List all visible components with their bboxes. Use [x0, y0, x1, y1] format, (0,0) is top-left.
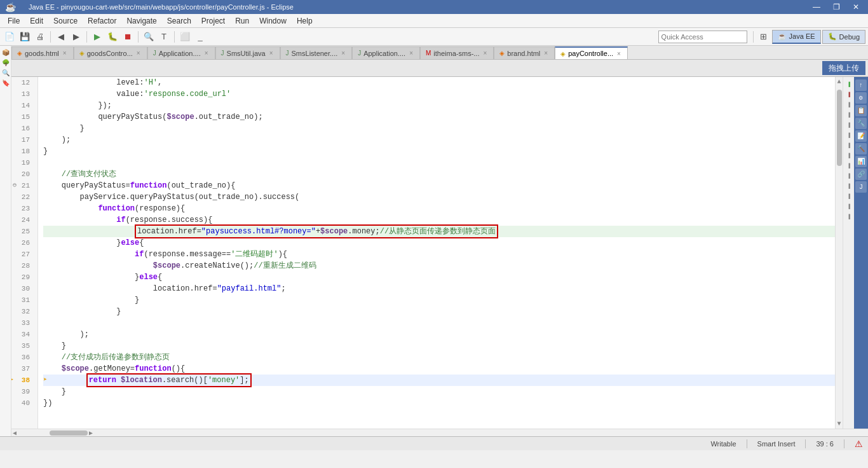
debug-button[interactable]: 🐛: [105, 30, 119, 44]
run-button[interactable]: ▶: [90, 30, 104, 44]
plugin-icon-5[interactable]: 📝: [855, 130, 867, 142]
new-button[interactable]: 📄: [3, 30, 17, 44]
tab-goods-html[interactable]: ◈ goods.html ×: [11, 46, 74, 59]
perspective-layout-btn[interactable]: ⊞: [757, 30, 771, 44]
tab-itheima-sms-close[interactable]: ×: [482, 50, 488, 57]
tab-goods-html-close[interactable]: ×: [62, 50, 68, 57]
maximize-editor-btn[interactable]: ⬜: [178, 30, 192, 44]
scroll-down-arrow[interactable]: ▼: [836, 420, 843, 427]
hscroll-left-arrow[interactable]: ◀: [11, 429, 18, 437]
maximize-button[interactable]: ❐: [829, 3, 844, 11]
tab-goodscontro-label: goodsContro...: [87, 50, 133, 57]
plugin-icon-2[interactable]: ⚙: [855, 92, 867, 104]
right-icon-2[interactable]: ▐: [844, 90, 853, 99]
code-line-38: ➤ return $location.search()['money'];: [43, 375, 835, 386]
plugin-icon-4[interactable]: 🔧: [855, 118, 867, 129]
line-num-32: 32: [11, 306, 34, 317]
menu-search[interactable]: Search: [162, 15, 196, 27]
right-icon-6[interactable]: ▐: [844, 130, 853, 139]
quick-access-container: [658, 31, 747, 43]
forward-button[interactable]: ▶: [69, 30, 83, 44]
tab-paycontroller-close[interactable]: ×: [616, 50, 622, 57]
right-icon-12[interactable]: ▐: [844, 191, 853, 200]
menu-help[interactable]: Help: [292, 15, 318, 27]
menu-run[interactable]: Run: [230, 15, 254, 27]
tab-smsutil-label: SmsUtil.java: [227, 50, 266, 57]
tab-application2[interactable]: J Application.... ×: [352, 46, 420, 59]
line-num-30: 30: [11, 283, 34, 294]
quick-access-input[interactable]: [658, 31, 747, 43]
back-button[interactable]: ◀: [54, 30, 68, 44]
sidebar-search-icon[interactable]: 🔍: [1, 69, 10, 78]
right-icon-8[interactable]: ▐: [844, 151, 853, 160]
plugin-icon-1[interactable]: ↑: [855, 79, 867, 91]
menu-refactor[interactable]: Refactor: [83, 15, 121, 27]
menu-navigate[interactable]: Navigate: [121, 15, 161, 27]
sidebar-hierarchy-icon[interactable]: 🌳: [1, 59, 10, 67]
right-icon-14[interactable]: ▐: [844, 212, 853, 221]
hscroll-thumb[interactable]: [50, 430, 88, 436]
close-button[interactable]: ✕: [849, 3, 863, 11]
upload-button[interactable]: 拖拽上传: [822, 61, 865, 75]
line-num-20: 20: [11, 169, 34, 180]
right-sidebar: ▐ ▐ ▐ ▐ ▐ ▐ ▐ ▐ ▐ ▐ ▐ ▐ ▐ ▐: [843, 77, 854, 429]
line-num-39: 39: [11, 386, 34, 397]
right-icon-4[interactable]: ▐: [844, 110, 853, 119]
plugin-icon-6[interactable]: 🔨: [855, 143, 867, 155]
minimize-button[interactable]: —: [809, 3, 824, 11]
tab-goodscontro-close[interactable]: ×: [135, 50, 142, 57]
code-content[interactable]: level:'H', value:'response.code_url' });…: [38, 77, 835, 429]
tab-smslistener[interactable]: J SmsListener.... ×: [280, 46, 353, 59]
right-icon-3[interactable]: ▐: [844, 100, 853, 109]
menu-edit[interactable]: Edit: [25, 15, 48, 27]
search-btn[interactable]: 🔍: [142, 30, 156, 44]
right-icon-7[interactable]: ▐: [844, 141, 853, 149]
tab-application2-close[interactable]: ×: [408, 50, 414, 57]
menu-project[interactable]: Project: [196, 15, 230, 27]
right-icon-11[interactable]: ▐: [844, 181, 853, 190]
tab-brand-html[interactable]: ◈ brand.html ×: [494, 46, 555, 59]
hscroll-right-arrow[interactable]: ▶: [88, 429, 94, 437]
code-line-39: }: [43, 386, 835, 397]
right-icon-1[interactable]: ▐: [844, 79, 853, 88]
plugin-icon-9[interactable]: J: [855, 181, 867, 193]
stop-button[interactable]: ⏹: [121, 30, 135, 44]
menu-file[interactable]: File: [3, 15, 25, 27]
plugin-icon-8[interactable]: 🔗: [855, 169, 867, 180]
tab-itheima-sms[interactable]: M itheima-sms-... ×: [420, 46, 494, 59]
horizontal-scrollbar[interactable]: ◀ ▶: [11, 429, 868, 436]
scroll-up-arrow[interactable]: ▲: [836, 78, 843, 85]
code-line-40: }): [43, 397, 835, 409]
tab-application1[interactable]: J Application.... ×: [147, 46, 215, 59]
tab-smsutil[interactable]: J SmsUtil.java ×: [215, 46, 280, 59]
minimize-editor-btn[interactable]: _: [193, 30, 207, 44]
right-icon-10[interactable]: ▐: [844, 171, 853, 180]
tab-brand-html-close[interactable]: ×: [543, 50, 549, 57]
tab-smslistener-close[interactable]: ×: [340, 50, 346, 57]
debug-perspective-btn[interactable]: 🐛 Debug: [822, 30, 865, 44]
vertical-scrollbar[interactable]: ▲ ▼: [835, 77, 843, 429]
print-button[interactable]: 🖨: [33, 30, 47, 44]
menu-window[interactable]: Window: [254, 15, 292, 27]
tab-goodscontro[interactable]: ◈ goodsContro... ×: [74, 46, 147, 59]
tab-goods-html-label: goods.html: [25, 50, 59, 57]
right-icon-5[interactable]: ▐: [844, 120, 853, 129]
tab-application1-close[interactable]: ×: [203, 50, 210, 57]
open-type-btn[interactable]: T: [157, 30, 171, 44]
line-num-16: 16: [11, 123, 34, 134]
save-button[interactable]: 💾: [18, 30, 32, 44]
tab-paycontroller[interactable]: ◈ payControlle... ×: [555, 46, 628, 59]
sidebar-package-icon[interactable]: 📦: [1, 48, 10, 57]
status-position: 39 : 6: [816, 440, 834, 448]
plugin-icon-3[interactable]: 📋: [855, 105, 867, 116]
java-ee-perspective-btn[interactable]: ☕ Java EE: [772, 30, 821, 44]
sidebar-bookmark-icon[interactable]: 🔖: [1, 79, 10, 88]
line-num-31: 31: [11, 294, 34, 306]
tab-smsutil-close[interactable]: ×: [268, 50, 275, 57]
menu-source[interactable]: Source: [48, 15, 83, 27]
right-icon-9[interactable]: ▐: [844, 161, 853, 170]
right-icon-13[interactable]: ▐: [844, 202, 853, 210]
plugin-icon-7[interactable]: 📊: [855, 156, 867, 167]
scrollbar-thumb[interactable]: [837, 90, 842, 166]
tab-smslistener-label: SmsListener....: [292, 50, 338, 57]
